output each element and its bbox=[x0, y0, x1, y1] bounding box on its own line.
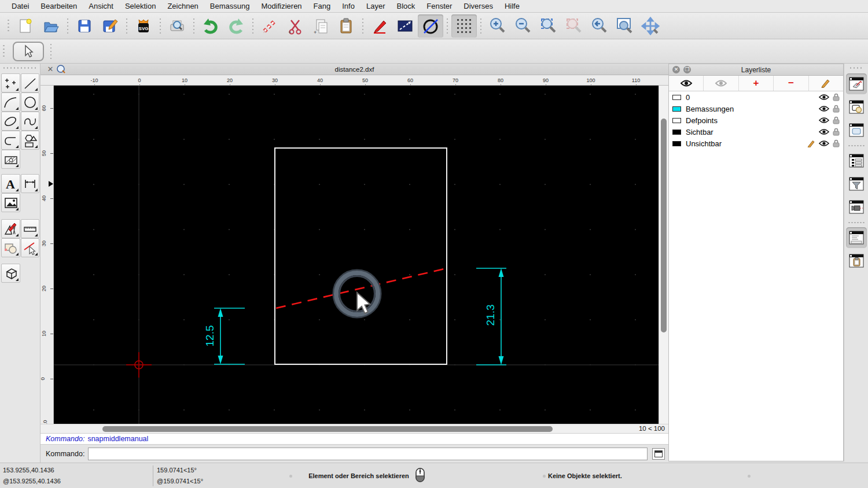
show-all-layers-button[interactable] bbox=[669, 76, 704, 91]
modify-tool[interactable] bbox=[1, 238, 20, 257]
paste-button[interactable] bbox=[333, 14, 359, 38]
zoom-window-button[interactable] bbox=[612, 14, 638, 38]
lock-icon[interactable] bbox=[833, 139, 840, 147]
menu-item[interactable]: Fenster bbox=[421, 0, 458, 13]
print-preview-button[interactable] bbox=[164, 14, 190, 38]
line-tool[interactable] bbox=[21, 73, 40, 93]
arc-tool[interactable] bbox=[1, 93, 20, 112]
selection-filter-toggle-button[interactable] bbox=[846, 173, 867, 194]
layer-color-swatch bbox=[672, 106, 681, 112]
text-tool[interactable]: A bbox=[1, 174, 20, 193]
box-3d-tool[interactable] bbox=[1, 264, 20, 283]
copy-button[interactable]: + bbox=[308, 14, 333, 38]
menu-item[interactable]: Datei bbox=[6, 0, 35, 13]
polyline-tool[interactable] bbox=[1, 131, 20, 150]
strip-grip[interactable] bbox=[849, 66, 864, 70]
zoom-selection-button[interactable] bbox=[561, 14, 587, 38]
horizontal-scrollbar-thumb[interactable] bbox=[102, 426, 553, 432]
menu-item[interactable]: Bearbeiten bbox=[35, 0, 83, 13]
snap-line-tool[interactable] bbox=[21, 238, 40, 257]
zoom-previous-button[interactable] bbox=[587, 14, 612, 38]
vertical-scrollbar[interactable] bbox=[659, 86, 668, 424]
menu-item[interactable]: Bemassung bbox=[204, 0, 256, 13]
layer-row-current[interactable]: Unsichtbar bbox=[669, 138, 843, 149]
drawing-canvas[interactable]: 12.5 21.3 bbox=[54, 86, 659, 424]
layer-row[interactable]: 0 bbox=[669, 91, 843, 103]
command-input[interactable] bbox=[88, 448, 648, 460]
zoom-auto-button[interactable] bbox=[536, 14, 561, 38]
pan-button[interactable] bbox=[638, 14, 663, 38]
block-list-toggle-button[interactable] bbox=[846, 97, 867, 117]
new-file-button[interactable] bbox=[13, 14, 38, 38]
eye-off-icon bbox=[715, 79, 727, 87]
menu-item[interactable]: Ansicht bbox=[83, 0, 119, 13]
add-layer-button[interactable]: + bbox=[739, 76, 774, 91]
image-tool[interactable] bbox=[1, 193, 20, 212]
spline-tool[interactable] bbox=[21, 112, 40, 131]
measure-tool[interactable] bbox=[21, 219, 40, 238]
selection-tool-button[interactable] bbox=[13, 42, 44, 61]
zoom-out-button[interactable] bbox=[510, 14, 536, 38]
undo-button[interactable] bbox=[198, 14, 223, 38]
eye-icon[interactable] bbox=[819, 117, 829, 124]
toolbar-grip[interactable] bbox=[2, 44, 6, 59]
menu-item[interactable]: Layer bbox=[361, 0, 391, 13]
misc-panel-toggle-button[interactable] bbox=[846, 197, 867, 217]
menu-item[interactable]: Fang bbox=[308, 0, 337, 13]
lock-icon[interactable] bbox=[833, 93, 840, 101]
cad-tools-tool[interactable] bbox=[1, 219, 20, 238]
edit-layer-button[interactable] bbox=[809, 76, 843, 91]
menu-item[interactable]: Hilfe bbox=[499, 0, 525, 13]
layer-row[interactable]: Bemassungen bbox=[669, 103, 843, 114]
eye-icon[interactable] bbox=[819, 128, 829, 135]
circle-tool[interactable] bbox=[21, 93, 40, 112]
palette-grip[interactable] bbox=[2, 66, 38, 70]
hide-all-layers-button[interactable] bbox=[704, 76, 738, 91]
cut-button[interactable]: + bbox=[282, 14, 308, 38]
save-as-button[interactable] bbox=[97, 14, 123, 38]
library-browser-toggle-button[interactable] bbox=[846, 120, 867, 141]
layer-color-swatch bbox=[672, 141, 681, 146]
vertical-scrollbar-thumb[interactable] bbox=[661, 119, 667, 332]
eye-icon[interactable] bbox=[819, 140, 829, 147]
restrict-ortho-button[interactable] bbox=[392, 14, 418, 38]
toolbar-grip[interactable] bbox=[7, 19, 10, 34]
document-title[interactable]: distance2.dxf bbox=[41, 66, 668, 73]
horizontal-scrollbar[interactable] bbox=[41, 424, 625, 434]
lock-icon[interactable] bbox=[833, 128, 840, 136]
layer-row[interactable]: Defpoints bbox=[669, 114, 843, 126]
eye-icon[interactable] bbox=[819, 105, 829, 112]
eraser-button[interactable] bbox=[257, 14, 282, 38]
remove-layer-button[interactable]: − bbox=[774, 76, 808, 91]
open-file-button[interactable] bbox=[38, 14, 64, 38]
menu-item[interactable]: Diverses bbox=[458, 0, 499, 13]
hatch-tool[interactable] bbox=[1, 150, 20, 169]
zoom-in-button[interactable] bbox=[485, 14, 510, 38]
lock-icon[interactable] bbox=[833, 116, 840, 124]
clipboard-panel-toggle-button[interactable] bbox=[846, 250, 867, 271]
dimension-tool[interactable] bbox=[21, 174, 40, 193]
command-line-toggle-button[interactable] bbox=[846, 227, 867, 248]
redo-button[interactable] bbox=[223, 14, 249, 38]
menu-item[interactable]: Zeichnen bbox=[161, 0, 204, 13]
save-button[interactable] bbox=[72, 14, 97, 38]
layer-list-toggle-button[interactable] bbox=[846, 73, 867, 94]
grid-toggle-button[interactable] bbox=[451, 14, 477, 38]
command-options-button[interactable] bbox=[652, 448, 665, 460]
ellipse-tool[interactable] bbox=[1, 112, 20, 131]
free-snap-button[interactable] bbox=[418, 14, 443, 38]
lock-icon[interactable] bbox=[833, 105, 840, 113]
eye-icon[interactable] bbox=[819, 94, 829, 101]
layer-row[interactable]: Sichtbar bbox=[669, 126, 843, 138]
draw-pencil-button[interactable] bbox=[367, 14, 392, 38]
menu-item[interactable]: Block bbox=[391, 0, 421, 13]
points-tool[interactable] bbox=[1, 73, 20, 93]
menu-item[interactable]: Info bbox=[336, 0, 361, 13]
shapes-tool[interactable] bbox=[21, 131, 40, 150]
property-editor-toggle-button[interactable] bbox=[846, 150, 867, 171]
clipboard-panel-icon bbox=[848, 253, 865, 268]
menu-item[interactable]: Selektion bbox=[119, 0, 161, 13]
menu-item[interactable]: Modifizieren bbox=[256, 0, 308, 13]
svg-export-button[interactable]: SVG bbox=[131, 14, 156, 38]
tab-close-icon[interactable]: ✕ bbox=[46, 65, 55, 73]
